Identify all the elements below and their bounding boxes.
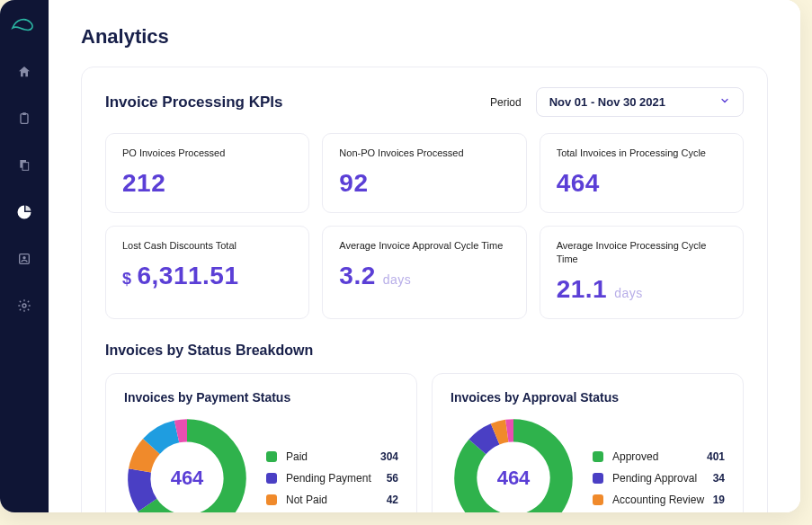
brand-logo [11, 11, 38, 38]
donut: 464 [451, 415, 576, 512]
main-content: Analytics Invoice Processing KPIs Period… [49, 0, 800, 512]
chart-legend: Approved401Pending Approval34Accounting … [593, 450, 725, 506]
svg-point-6 [22, 304, 26, 307]
nav-documents[interactable] [12, 153, 37, 178]
kpi-value: 464 [557, 169, 727, 198]
kpi-suffix: days [383, 272, 412, 287]
chart-body: 464Approved401Pending Approval34Accounti… [451, 415, 725, 512]
chevron-down-icon [719, 95, 730, 109]
legend-item: Pending Payment56 [266, 472, 398, 485]
donut: 464 [124, 415, 250, 512]
kpi-panel-title: Invoice Processing KPIs [105, 93, 282, 111]
kpi-label: Average Invoice Processing Cycle Time [557, 239, 727, 266]
legend-label: Not Paid [286, 494, 327, 506]
legend-swatch [593, 494, 603, 505]
legend-swatch [266, 451, 277, 462]
chart-card: Invoices by Payment Status464Paid304Pend… [105, 373, 417, 512]
home-icon [17, 65, 31, 79]
kpi-label: Total Invoices in Processing Cycle [557, 147, 727, 160]
sidebar [0, 0, 49, 512]
legend-swatch [266, 473, 277, 484]
nav-analytics[interactable] [12, 200, 37, 225]
legend-swatch [266, 494, 277, 505]
legend-label: Paid [286, 450, 308, 463]
kpi-label: PO Invoices Processed [122, 147, 292, 160]
legend-label: Pending Payment [286, 472, 371, 485]
clipboard-icon [17, 111, 31, 126]
legend-value: 56 [387, 472, 398, 485]
pie-chart-icon [16, 204, 32, 220]
legend-label: Pending Approval [612, 472, 697, 485]
person-card-icon [17, 252, 31, 266]
svg-rect-1 [22, 112, 26, 115]
kpi-label: Average Invoice Approval Cycle Time [339, 239, 509, 253]
legend-value: 401 [707, 450, 725, 463]
kpi-panel: Invoice Processing KPIs Period Nov 01 - … [81, 67, 768, 512]
legend-value: 19 [713, 494, 725, 506]
app-window: Analytics Invoice Processing KPIs Period… [0, 0, 800, 512]
chart-title: Invoices by Payment Status [124, 390, 398, 405]
kpi-card: Average Invoice Approval Cycle Time3.2da… [322, 226, 526, 319]
period-value: Nov 01 - Nov 30 2021 [549, 95, 665, 109]
kpi-card: Total Invoices in Processing Cycle464 [540, 133, 744, 213]
donut-center-value: 464 [481, 446, 546, 511]
kpi-grid: PO Invoices Processed212Non-PO Invoices … [105, 133, 744, 319]
gear-icon [17, 298, 31, 313]
kpi-suffix: days [614, 286, 643, 300]
kpi-number: 464 [557, 169, 600, 197]
legend-swatch [593, 451, 603, 462]
kpi-panel-header: Invoice Processing KPIs Period Nov 01 - … [105, 87, 744, 117]
nav-settings[interactable] [12, 293, 37, 318]
chart-row: Invoices by Payment Status464Paid304Pend… [105, 373, 744, 512]
legend-value: 304 [380, 450, 398, 463]
page-title: Analytics [81, 25, 768, 49]
period-picker: Period Nov 01 - Nov 30 2021 [490, 87, 744, 117]
kpi-value: 92 [339, 169, 509, 198]
kpi-number: 92 [339, 169, 368, 197]
chart-legend: Paid304Pending Payment56Not Paid42 [266, 450, 398, 506]
legend-value: 42 [387, 494, 398, 506]
legend-item: Pending Approval34 [593, 472, 725, 485]
nav-home[interactable] [12, 59, 37, 85]
chart-title: Invoices by Approval Status [451, 390, 725, 405]
nav-contacts[interactable] [12, 246, 37, 271]
kpi-value: 21.1days [557, 275, 727, 304]
breakdown-title: Invoices by Status Breakdown [105, 343, 744, 359]
kpi-card: Average Invoice Processing Cycle Time21.… [540, 226, 744, 319]
legend-item: Approved401 [593, 450, 725, 463]
svg-rect-0 [21, 114, 28, 124]
kpi-number: 6,311.51 [138, 262, 239, 289]
chart-body: 464Paid304Pending Payment56Not Paid42 [124, 415, 398, 512]
documents-icon [17, 158, 31, 173]
kpi-label: Non-PO Invoices Processed [339, 147, 509, 160]
kpi-card: Lost Cash Discounts Total$6,311.51 [105, 226, 309, 319]
chart-card: Invoices by Approval Status464Approved40… [432, 373, 744, 512]
kpi-value: $6,311.51 [122, 262, 292, 290]
svg-rect-3 [22, 163, 29, 171]
kpi-value: 3.2days [339, 262, 509, 290]
legend-label: Approved [612, 450, 658, 463]
kpi-number: 3.2 [339, 262, 375, 289]
svg-point-5 [22, 256, 25, 259]
kpi-number: 212 [122, 169, 165, 197]
kpi-card: Non-PO Invoices Processed92 [322, 133, 526, 213]
kpi-label: Lost Cash Discounts Total [122, 239, 292, 253]
kpi-card: PO Invoices Processed212 [105, 133, 309, 213]
legend-item: Accounting Review19 [593, 494, 725, 506]
legend-swatch [593, 473, 603, 484]
kpi-value: 212 [122, 169, 292, 198]
legend-label: Accounting Review [612, 494, 704, 506]
legend-value: 34 [713, 472, 725, 485]
kpi-number: 21.1 [557, 275, 608, 303]
legend-item: Paid304 [266, 450, 398, 463]
period-label: Period [490, 96, 522, 109]
nav-clipboard[interactable] [12, 106, 37, 131]
period-select[interactable]: Nov 01 - Nov 30 2021 [536, 87, 744, 117]
kpi-prefix: $ [122, 270, 132, 288]
donut-center-value: 464 [155, 446, 219, 511]
legend-item: Not Paid42 [266, 494, 398, 506]
